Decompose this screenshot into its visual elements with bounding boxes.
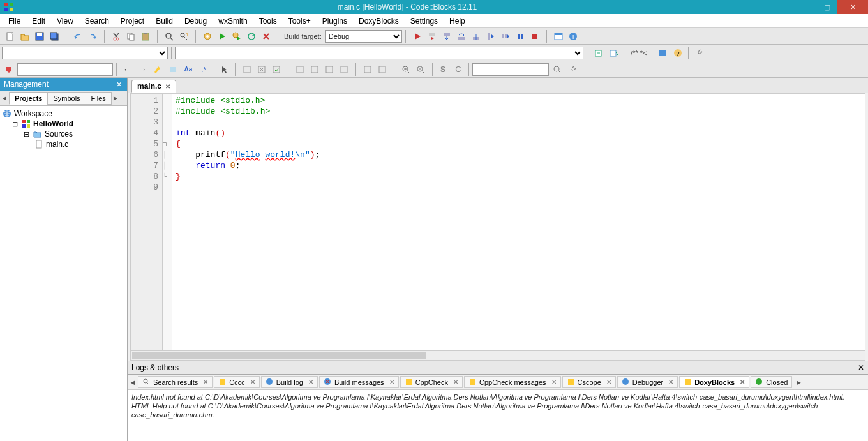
menu-toolsplus[interactable]: Tools+ bbox=[283, 15, 317, 27]
menu-debug[interactable]: Debug bbox=[179, 15, 213, 27]
step-out-icon[interactable] bbox=[469, 29, 483, 43]
step-into-icon[interactable] bbox=[440, 29, 454, 43]
editor-hscrollbar[interactable] bbox=[130, 350, 865, 361]
block-icon[interactable] bbox=[322, 63, 336, 77]
marker-icon[interactable] bbox=[2, 63, 16, 77]
tree-workspace[interactable]: Workspace bbox=[1, 108, 126, 119]
tab-close-icon[interactable]: ✕ bbox=[165, 83, 170, 90]
close-icon[interactable]: ✕ bbox=[453, 378, 458, 385]
wrench-icon[interactable] bbox=[692, 46, 706, 60]
tab-projects[interactable]: Projects bbox=[9, 92, 48, 105]
close-icon[interactable]: ✕ bbox=[203, 378, 208, 385]
step-over-icon[interactable] bbox=[454, 29, 468, 43]
build-target-select[interactable]: Debug bbox=[326, 30, 402, 43]
logtab-cccc[interactable]: Cccc✕ bbox=[214, 376, 259, 388]
code-editor[interactable]: 1 2 3 4 5 6 7 8 9 ⊟││└ #include <stdio.h… bbox=[130, 93, 865, 350]
highlight-icon[interactable] bbox=[151, 63, 165, 77]
close-button[interactable]: ✕ bbox=[837, 0, 868, 14]
save-all-icon[interactable] bbox=[47, 29, 61, 43]
management-close-icon[interactable]: ✕ bbox=[114, 80, 123, 89]
menu-plugins[interactable]: Plugins bbox=[317, 15, 353, 27]
settings-icon[interactable] bbox=[565, 63, 580, 77]
info-icon[interactable]: i bbox=[566, 29, 580, 43]
tree-sources-folder[interactable]: ⊟ Sources bbox=[1, 129, 126, 139]
fold-icon[interactable] bbox=[361, 63, 375, 77]
new-file-icon[interactable] bbox=[3, 29, 17, 43]
step-instruction-icon[interactable] bbox=[498, 29, 513, 43]
close-icon[interactable]: ✕ bbox=[308, 378, 313, 385]
bookmark-next-icon[interactable] bbox=[269, 63, 283, 77]
logtab-nav-left-icon[interactable]: ◄ bbox=[128, 378, 138, 386]
abort-icon[interactable] bbox=[259, 29, 273, 43]
jump-input[interactable] bbox=[17, 63, 113, 76]
close-icon[interactable]: ✕ bbox=[740, 378, 745, 385]
refresh-icon[interactable]: C bbox=[451, 63, 465, 77]
indent-more-icon[interactable] bbox=[308, 63, 322, 77]
logtab-nav-right-icon[interactable]: ► bbox=[793, 378, 804, 386]
tab-files[interactable]: Files bbox=[86, 92, 112, 105]
search-go-icon[interactable] bbox=[550, 63, 564, 77]
fold-gutter[interactable]: ⊟││└ bbox=[163, 94, 172, 350]
close-icon[interactable]: ✕ bbox=[668, 378, 673, 385]
symbol-select[interactable] bbox=[175, 47, 583, 59]
menu-help[interactable]: Help bbox=[444, 15, 471, 27]
menu-search[interactable]: Search bbox=[79, 15, 115, 27]
menu-view[interactable]: View bbox=[51, 15, 79, 27]
log-output[interactable]: Index.html not found at C:\D\Akademik\Co… bbox=[128, 390, 868, 441]
find-icon[interactable] bbox=[162, 29, 176, 43]
project-tree[interactable]: Workspace ⊟ HelloWorld ⊟ Sources main.c bbox=[0, 106, 127, 441]
run-to-cursor-icon[interactable] bbox=[425, 29, 439, 43]
scope-select[interactable] bbox=[2, 47, 168, 59]
regex-icon[interactable]: .* bbox=[197, 63, 211, 77]
undo-icon[interactable] bbox=[71, 29, 85, 43]
tab-symbols[interactable]: Symbols bbox=[47, 92, 86, 105]
next-instruction-icon[interactable] bbox=[484, 29, 498, 43]
zoom-out-icon[interactable] bbox=[414, 63, 428, 77]
tab-nav-right-icon[interactable]: ► bbox=[111, 94, 120, 101]
copy-icon[interactable] bbox=[124, 29, 138, 43]
rebuild-icon[interactable] bbox=[244, 29, 258, 43]
expand-icon[interactable]: ⊟ bbox=[22, 130, 31, 138]
goto-impl-icon[interactable] bbox=[592, 46, 606, 60]
logtab-cppcheck-messages[interactable]: CppCheck messages✕ bbox=[464, 376, 561, 388]
break-debugger-icon[interactable] bbox=[513, 29, 527, 43]
close-icon[interactable]: ✕ bbox=[551, 378, 557, 385]
bookmark-prev-icon[interactable] bbox=[255, 63, 269, 77]
open-file-icon[interactable] bbox=[18, 29, 32, 43]
menu-wxsmith[interactable]: wxSmith bbox=[213, 15, 253, 27]
menu-project[interactable]: Project bbox=[115, 15, 150, 27]
goto-decl-icon[interactable] bbox=[606, 46, 620, 60]
logtab-build-log[interactable]: Build log✕ bbox=[261, 376, 318, 388]
menu-tools[interactable]: Tools bbox=[253, 15, 283, 27]
replace-icon[interactable] bbox=[177, 29, 191, 43]
menu-edit[interactable]: Edit bbox=[26, 15, 51, 27]
logtab-cppcheck[interactable]: CppCheck✕ bbox=[400, 376, 463, 388]
maximize-button[interactable]: ▢ bbox=[817, 0, 837, 14]
indent-less-icon[interactable] bbox=[293, 63, 307, 77]
search-input[interactable] bbox=[472, 63, 549, 76]
redo-icon[interactable] bbox=[86, 29, 100, 43]
save-icon[interactable] bbox=[33, 29, 47, 43]
code-text[interactable]: #include <stdio.h> #include <stdlib.h> i… bbox=[172, 94, 865, 350]
tab-nav-left-icon[interactable]: ◄ bbox=[0, 94, 9, 101]
doxy-help-icon[interactable]: ? bbox=[671, 46, 685, 60]
selection-icon[interactable] bbox=[166, 63, 180, 77]
menu-doxyblocks[interactable]: DoxyBlocks bbox=[353, 15, 405, 27]
logs-close-icon[interactable]: ✕ bbox=[858, 363, 864, 372]
editor-tab-mainc[interactable]: main.c ✕ bbox=[131, 80, 176, 93]
pointer-icon[interactable] bbox=[218, 63, 232, 77]
bookmark-toggle-icon[interactable] bbox=[240, 63, 254, 77]
close-icon[interactable]: ✕ bbox=[606, 378, 611, 385]
debug-start-icon[interactable] bbox=[410, 29, 424, 43]
menu-file[interactable]: File bbox=[3, 15, 26, 27]
logtab-cscope[interactable]: Cscope✕ bbox=[562, 376, 616, 388]
doxy-run-icon[interactable] bbox=[655, 46, 670, 60]
stop-debugger-icon[interactable] bbox=[528, 29, 542, 43]
unfold-icon[interactable] bbox=[375, 63, 389, 77]
close-icon[interactable]: ✕ bbox=[389, 378, 394, 385]
menu-settings[interactable]: Settings bbox=[405, 15, 444, 27]
tree-project[interactable]: ⊟ HelloWorld bbox=[1, 119, 126, 129]
forward-icon[interactable]: → bbox=[135, 63, 149, 77]
logtab-build-messages[interactable]: Build messages✕ bbox=[319, 376, 399, 388]
block2-icon[interactable] bbox=[337, 63, 351, 77]
